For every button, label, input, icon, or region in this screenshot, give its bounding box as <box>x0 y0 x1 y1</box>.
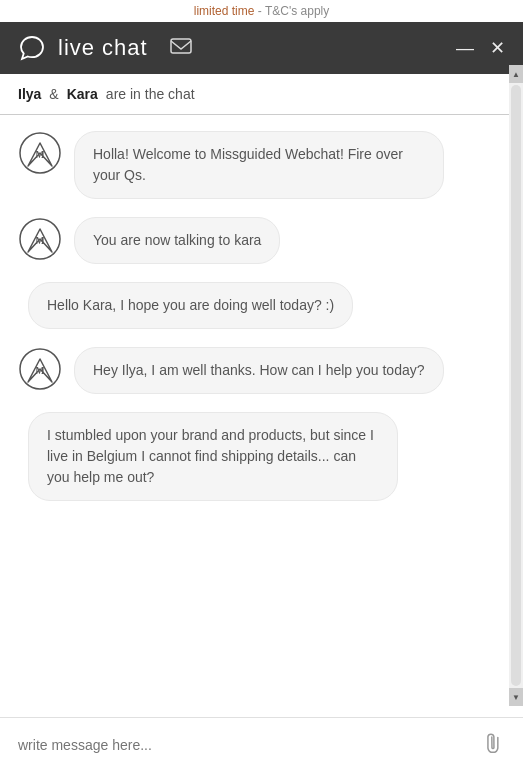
chat-input-area <box>0 717 523 771</box>
promo-separator: - T&C's apply <box>258 4 329 18</box>
scroll-down-button[interactable]: ▼ <box>509 688 523 706</box>
participant-name-2: Kara <box>67 86 98 102</box>
message-text: Hey Ilya, I am well thanks. How can I he… <box>93 362 425 378</box>
mail-icon[interactable] <box>170 38 192 58</box>
message-row: I stumbled upon your brand and products,… <box>18 412 505 501</box>
message-row: Hello Kara, I hope you are doing well to… <box>18 282 505 329</box>
chat-header: live chat — ✕ <box>0 22 523 74</box>
promo-bar: limited time - T&C's apply <box>0 0 523 22</box>
agent-avatar: M <box>18 347 62 391</box>
message-bubble: You are now talking to kara <box>74 217 280 264</box>
scroll-up-button[interactable]: ▲ <box>509 65 523 83</box>
message-text: I stumbled upon your brand and products,… <box>47 427 374 485</box>
message-input[interactable] <box>18 737 475 753</box>
promo-text: limited time <box>194 4 255 18</box>
message-bubble: Hey Ilya, I am well thanks. How can I he… <box>74 347 444 394</box>
close-button[interactable]: ✕ <box>490 39 505 57</box>
participant-name-1: Ilya <box>18 86 41 102</box>
chat-messages: M Holla! Welcome to Missguided Webchat! … <box>0 115 523 717</box>
minimize-button[interactable]: — <box>456 39 474 57</box>
message-row: M Hey Ilya, I am well thanks. How can I … <box>18 347 505 394</box>
message-text: Hello Kara, I hope you are doing well to… <box>47 297 334 313</box>
svg-text:M: M <box>35 149 45 160</box>
header-left: live chat <box>18 34 192 62</box>
chat-title: live chat <box>58 35 148 61</box>
participants-bar: Ilya & Kara are in the chat <box>0 74 523 115</box>
scrollbar-thumb <box>511 85 521 686</box>
participant-separator: & <box>49 86 58 102</box>
svg-text:M: M <box>35 365 45 376</box>
message-bubble: I stumbled upon your brand and products,… <box>28 412 398 501</box>
message-text: Holla! Welcome to Missguided Webchat! Fi… <box>93 146 403 183</box>
header-right: — ✕ <box>456 39 505 57</box>
svg-text:M: M <box>35 235 45 246</box>
agent-avatar: M <box>18 217 62 261</box>
scrollbar-track: ▲ ▼ <box>509 65 523 706</box>
message-text: You are now talking to kara <box>93 232 261 248</box>
participants-status: are in the chat <box>106 86 195 102</box>
attachment-icon[interactable] <box>479 729 511 761</box>
message-row: M You are now talking to kara <box>18 217 505 264</box>
svg-rect-0 <box>171 39 191 53</box>
message-bubble: Hello Kara, I hope you are doing well to… <box>28 282 353 329</box>
message-row: M Holla! Welcome to Missguided Webchat! … <box>18 131 505 199</box>
chat-window: limited time - T&C's apply live chat — ✕ <box>0 0 523 771</box>
agent-avatar: M <box>18 131 62 175</box>
chat-bubble-icon <box>18 34 46 62</box>
message-bubble: Holla! Welcome to Missguided Webchat! Fi… <box>74 131 444 199</box>
